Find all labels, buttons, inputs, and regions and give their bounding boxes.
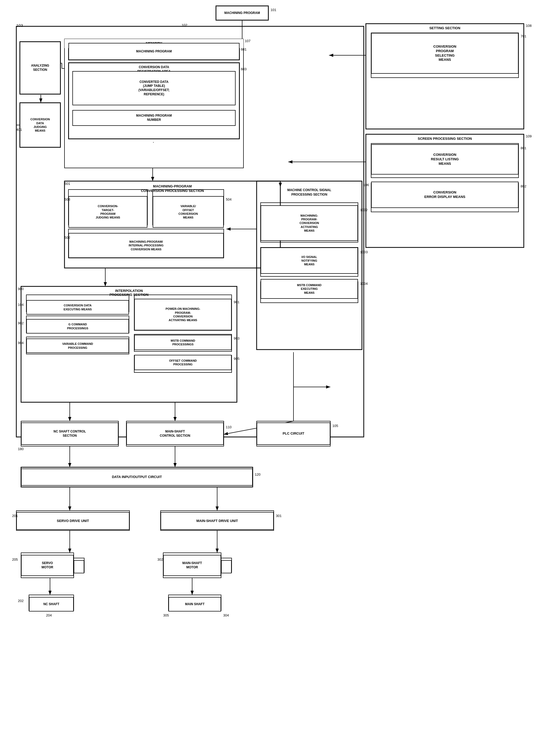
conversion-data-judging-box: CONVERSIONDATAJUDGINGMEANS [20, 103, 61, 147]
ref-504: 504 [226, 197, 232, 201]
ref-108: 108 [526, 24, 532, 27]
main-shaft-box: MAIN SHAFT [168, 597, 221, 612]
ref-107: 107 [245, 39, 250, 43]
machining-prog-conv-activating-box: MACHINING-PROGRAM-CONVERSIONACTIVATINGME… [261, 205, 358, 241]
interpolation-section-label2: PROCESSING SECTION [21, 292, 237, 298]
ref-102: 102 [182, 23, 188, 27]
ref-180: 180 [18, 447, 24, 451]
ref-106: 106 [363, 183, 369, 187]
mstb-command-box: MSTB COMMANDPROCESSINGS [134, 335, 232, 350]
io-signal-notifying-box: I/O SIGNALNOTIFYINGMEANS [261, 247, 358, 274]
ref-1002: 1002 [360, 208, 368, 212]
ref-205: 205 [12, 558, 18, 562]
ref-701: 701 [521, 34, 526, 38]
mstb-command-executing-box: MSTB COMMANDEXECUTINGMEANS [261, 279, 358, 299]
ref-903: 903 [234, 336, 240, 340]
g-command-box: G COMMANDPROCESSINGS [26, 319, 129, 334]
variable-offset-box: VARIABLE/OFFSETCONVERSIONMEANS [153, 196, 224, 228]
screen-processing-label: SCREEN PROCESSING SECTION [366, 134, 524, 143]
servo-motor-box: SERVOMOTOR [21, 555, 74, 576]
ref-105: 105 [332, 424, 338, 428]
main-shaft-motor-connector [221, 560, 232, 573]
ref-104: 104 [18, 303, 24, 307]
ref-904: 904 [18, 341, 24, 345]
ref-304: 304 [223, 613, 229, 617]
ref-801: 801 [521, 146, 526, 150]
conversion-prog-selecting-box: CONVERSIONPROGRAMSELECTINGMEANS [371, 33, 518, 74]
ref-110: 110 [226, 425, 232, 429]
variable-command-box: VARIABLE COMMANDPROCESSING [26, 339, 129, 353]
dots-separator: · [153, 139, 154, 145]
analyzing-section-box: ANALYZINGSECTION [20, 42, 61, 94]
ref-301: 301 [276, 514, 282, 518]
offset-command-box: OFFSET COMMANDPROCESSING [134, 355, 232, 370]
machine-control-signal-section-label2: PROCESSING SECTION [257, 189, 362, 200]
ref-603: 603 [241, 67, 246, 71]
ref-502: 502 [65, 236, 70, 240]
machining-program-box: MACHINING PROGRAM [216, 6, 268, 20]
conversion-data-executing-box: CONVERSION DATAEXECUTING MEANS [26, 300, 129, 315]
ref-905: 905 [234, 357, 240, 361]
ref-802: 802 [521, 184, 526, 188]
ref-109: 109 [526, 134, 532, 138]
ref-201: 201 [12, 514, 18, 518]
ref-305: 305 [163, 613, 169, 617]
machining-prog-conversion-section-label2: CONVERSION PROCESSING SECTION [65, 187, 280, 195]
ref-204: 204 [46, 613, 52, 617]
ref-501: 501 [65, 182, 70, 186]
machining-prog-number-box: MACHINING PROGRAMNUMBER [72, 110, 236, 126]
ref-1003: 1003 [360, 250, 368, 254]
nc-shaft-control-box: NC SHAFT CONTROLSECTION [21, 422, 119, 445]
ref-601: 601 [241, 47, 246, 51]
main-shaft-control-box: MAIN-SHAFTCONTROL SECTION [126, 422, 224, 445]
ref-401: 401 [16, 128, 22, 132]
plc-circuit-box: PLC CIRCUIT [257, 422, 330, 445]
ref-302: 302 [157, 558, 163, 562]
ref-901: 901 [234, 300, 240, 304]
ref-900: 900 [18, 287, 24, 291]
setting-section-label: SETTING SECTION [366, 24, 524, 33]
servo-drive-unit-box: SERVO DRIVE UNIT [16, 512, 130, 530]
memory-machining-program-box: MACHINING PROGRAM [69, 43, 240, 60]
converted-data-box: CONVERTED DATA(JUMP TABLE)(VARIABLE/OFFS… [72, 71, 236, 105]
conversion-error-display-box: CONVERSIONERROR DISPLAY MEANS [371, 182, 518, 208]
nc-shaft-box: NC SHAFT [29, 597, 74, 612]
ref-902: 902 [18, 321, 24, 325]
conversion-result-listing-box: CONVERSIONRESULT LISTINGMEANS [371, 144, 518, 175]
diagram-container: MACHINING PROGRAM 101 102 103 ANALYZINGS… [0, 0, 538, 756]
ref-103: 103 [16, 23, 23, 27]
ref-101: 101 [271, 8, 276, 12]
main-shaft-drive-unit-box: MAIN-SHAFT DRIVE UNIT [161, 512, 274, 530]
conversion-target-judging-box: CONVERSION-TARGET-PROGRAMJUDGING MEANS [69, 196, 147, 228]
machining-internal-conversion-box: MACHINING-PROGRAM/INTERNAL-PROCESSINGCON… [69, 233, 224, 258]
ref-503: 503 [65, 197, 70, 201]
ref-202: 202 [18, 599, 24, 603]
main-shaft-motor-box: MAIN-SHAFTMOTOR [163, 555, 221, 576]
ref-1004: 1004 [360, 282, 368, 286]
power-on-machining-box: POWER-ON MACHINING-PROGRAM-CONVERSIONACT… [134, 299, 232, 330]
servo-motor-connector [74, 560, 84, 573]
ref-120: 120 [255, 472, 261, 476]
data-io-circuit-box: DATA INPUT/OUTPUT CIRCUIT [21, 468, 253, 486]
